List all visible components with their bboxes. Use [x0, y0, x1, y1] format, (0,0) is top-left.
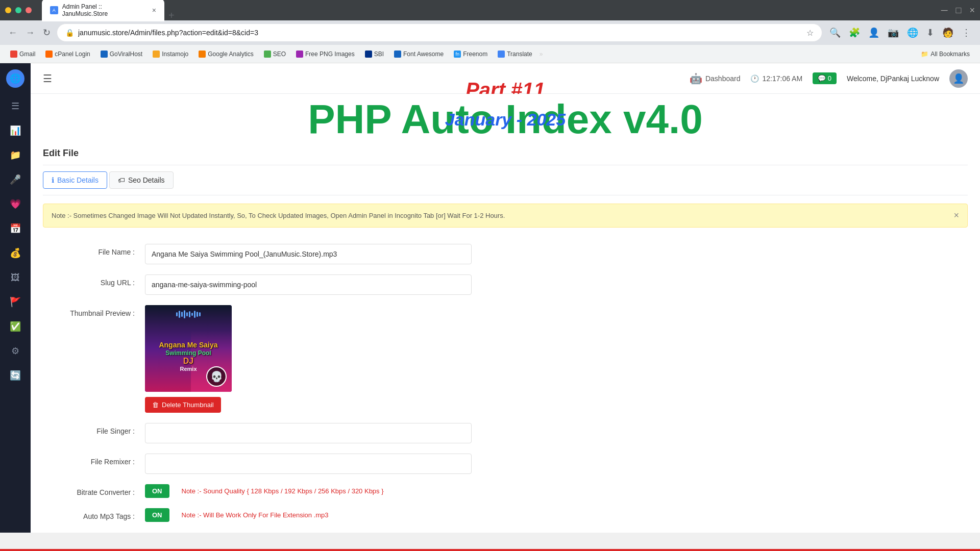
bookmark-fontawesome[interactable]: Font Awesome	[390, 48, 448, 60]
sidebar: 🌐 ☰ 📊 📁 🎤 💗 📅 💰 🖼 🚩 ✅ ⚙ 🔄	[0, 63, 31, 533]
file-remixer-row: File Remixer :	[43, 454, 968, 474]
thumb-text3: DJ	[159, 357, 217, 366]
slug-url-label: Slug URL :	[43, 274, 145, 287]
bookmark-gmail[interactable]: Gmail	[6, 48, 39, 60]
bookmark-instamojo[interactable]: Instamojo	[149, 48, 192, 60]
sidebar-logo[interactable]: 🌐	[6, 69, 24, 88]
sidebar-item-refresh[interactable]: 🔄	[5, 365, 26, 386]
dashboard-link[interactable]: 🤖 Dashboard	[690, 72, 741, 85]
banner-subtitle: January - 2025	[445, 110, 566, 130]
profile-icon-btn[interactable]: 👤	[865, 24, 883, 41]
tab-basic-details[interactable]: ℹ Basic Details	[43, 171, 107, 189]
thumb-text2: Swimming Pool	[159, 349, 217, 357]
user-account-btn[interactable]: 🧑	[939, 24, 957, 41]
top-header: ☰ Part #11 🤖 Dashboard 🕐 12:17:06 AM 💬 0…	[31, 63, 980, 94]
slug-url-row: Slug URL :	[43, 274, 968, 295]
url-input[interactable]	[78, 29, 802, 37]
delete-thumbnail-label: Delete Thumbnail	[162, 401, 214, 409]
bookmark-cpanel[interactable]: cPanel Login	[41, 48, 94, 60]
sidebar-item-favorites[interactable]: 💗	[5, 194, 26, 214]
alert-close-btn[interactable]: ×	[953, 210, 959, 221]
file-remixer-input[interactable]	[145, 454, 472, 474]
bookmark-freepng[interactable]: Free PNG Images	[292, 48, 359, 60]
all-bookmarks-btn[interactable]: 📁 All Bookmarks	[917, 48, 974, 60]
active-tab[interactable]: A Admin Panel :: JanuMusic.Store ×	[42, 0, 164, 21]
search-icon-btn[interactable]: 🔍	[826, 24, 844, 41]
delete-thumbnail-btn[interactable]: 🗑 Delete Thumbnail	[145, 397, 221, 413]
tab-seo-details-label: Seo Details	[128, 176, 165, 184]
sidebar-item-calendar[interactable]: 📅	[5, 218, 26, 239]
window-close-btn[interactable]: ×	[969, 5, 975, 16]
form-section: File Name : Slug URL : Thumbnail Preview…	[43, 236, 968, 533]
window-minimize-btn[interactable]: ─	[941, 5, 948, 16]
tab-basic-details-label: Basic Details	[57, 176, 99, 184]
message-icon: 💬	[818, 74, 826, 82]
bookmark-translate[interactable]: Translate	[494, 48, 536, 60]
clock-icon: 🕐	[750, 74, 759, 83]
message-badge[interactable]: 💬 0	[813, 72, 837, 84]
sidebar-item-monetize[interactable]: 💰	[5, 243, 26, 263]
user-avatar[interactable]: 👤	[949, 69, 968, 88]
sidebar-item-files[interactable]: 📁	[5, 145, 26, 165]
bookmark-sbi[interactable]: SBI	[361, 48, 388, 60]
thumb-text4: Remix	[159, 366, 217, 372]
file-name-input[interactable]	[145, 244, 472, 264]
more-options-btn[interactable]: ⋮	[959, 24, 974, 41]
sidebar-item-images[interactable]: 🖼	[5, 267, 26, 288]
current-time: 12:17:06 AM	[762, 74, 802, 83]
bookmarks-bar: Gmail cPanel Login GoViralHost Instamojo…	[0, 45, 980, 63]
time-display: 🕐 12:17:06 AM	[750, 74, 802, 83]
screenshot-icon-btn[interactable]: 📷	[885, 24, 902, 41]
tabs-row: ℹ Basic Details 🏷 Seo Details	[43, 165, 968, 195]
message-count: 0	[828, 74, 831, 82]
sidebar-item-audio[interactable]: 🎤	[5, 169, 26, 190]
thumbnail-preview: Angana Me Saiya Swimming Pool DJ Remix 💀	[145, 305, 232, 392]
dashboard-label: Dashboard	[705, 74, 741, 83]
bookmark-goviralhost[interactable]: GoViralHost	[96, 48, 146, 60]
new-tab-btn[interactable]: +	[168, 10, 175, 21]
auto-mp3-toggle[interactable]: ON	[145, 508, 169, 522]
translate-icon-btn[interactable]: 🌐	[904, 24, 921, 41]
bitrate-toggle[interactable]: ON	[145, 484, 169, 498]
info-icon: ℹ	[52, 176, 54, 184]
tag-icon: 🏷	[118, 176, 125, 184]
tab-seo-details[interactable]: 🏷 Seo Details	[109, 171, 174, 189]
edit-file-header: Edit File	[43, 140, 968, 165]
sidebar-item-flags[interactable]: 🚩	[5, 292, 26, 312]
slug-url-input[interactable]	[145, 274, 472, 295]
dashboard-icon: 🤖	[690, 72, 702, 85]
bookmark-freenom[interactable]: fn Freenom	[450, 48, 492, 60]
back-button[interactable]: ←	[6, 26, 19, 40]
tab-title: Admin Panel :: JanuMusic.Store	[62, 3, 148, 17]
sidebar-item-dashboard[interactable]: ☰	[5, 96, 26, 116]
content-section: Edit File ℹ Basic Details 🏷 Seo Details …	[31, 140, 980, 533]
thumb-text1: Angana Me Saiya	[159, 340, 217, 349]
address-bar[interactable]: 🔒 ☆	[57, 23, 822, 42]
hamburger-menu[interactable]: ☰	[43, 72, 52, 85]
welcome-text: Welcome, DjPankaj Lucknow	[847, 74, 939, 83]
alert-box: Note :- Sometimes Changed Image Will Not…	[43, 204, 968, 228]
refresh-button[interactable]: ↻	[41, 25, 53, 40]
sidebar-item-verified[interactable]: ✅	[5, 316, 26, 337]
window-maximize-btn[interactable]: □	[956, 5, 962, 16]
file-remixer-label: File Remixer :	[43, 454, 145, 466]
download-icon-btn[interactable]: ⬇	[923, 24, 937, 41]
trash-icon: 🗑	[152, 401, 159, 409]
bookmark-analytics[interactable]: Google Analytics	[194, 48, 257, 60]
waveform	[145, 309, 232, 319]
extensions-icon-btn[interactable]: 🧩	[846, 24, 863, 41]
header-right: 🤖 Dashboard 🕐 12:17:06 AM 💬 0 Welcome, D…	[690, 69, 968, 88]
bookmark-star-icon[interactable]: ☆	[806, 28, 814, 38]
file-name-row: File Name :	[43, 244, 968, 264]
tab-close-btn[interactable]: ×	[152, 6, 156, 14]
bitrate-row: Bitrate Converter : ON Note :- Sound Qua…	[43, 484, 968, 498]
forward-button[interactable]: →	[23, 26, 37, 40]
auto-mp3-label: Auto Mp3 Tags :	[43, 508, 145, 520]
sidebar-item-analytics[interactable]: 📊	[5, 120, 26, 141]
thumbnail-label: Thumbnail Preview :	[43, 305, 145, 317]
bookmark-seo[interactable]: SEO	[260, 48, 290, 60]
lock-icon: 🔒	[65, 29, 74, 37]
sidebar-item-settings[interactable]: ⚙	[5, 341, 26, 361]
bitrate-note: Note :- Sound Quality { 128 Kbps / 192 K…	[182, 487, 384, 495]
file-singer-input[interactable]	[145, 423, 472, 443]
